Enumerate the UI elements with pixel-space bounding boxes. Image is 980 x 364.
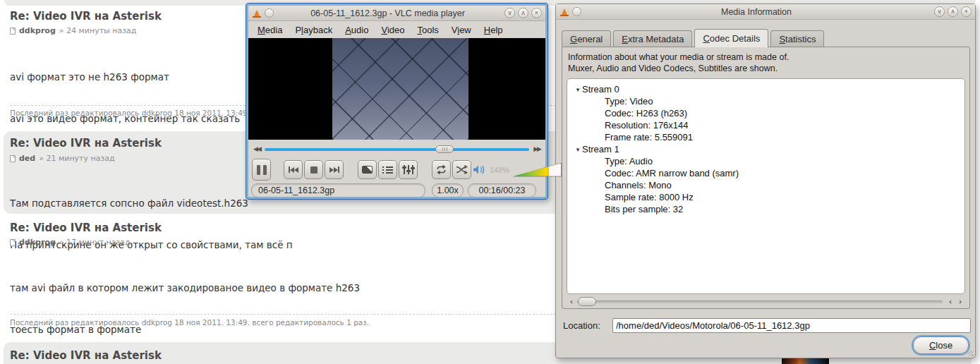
volume-slider[interactable] [512, 163, 562, 177]
tree-detail-row[interactable]: Type: Audio [567, 155, 964, 167]
view-group [358, 160, 419, 179]
fullscreen-icon [362, 166, 373, 174]
post-time: » 17 минут назад [59, 238, 131, 247]
stop-icon [310, 166, 317, 174]
scrollbar-thumb[interactable] [578, 297, 596, 306]
tree-detail-row[interactable]: Type: Video [567, 95, 964, 107]
shuffle-button[interactable] [452, 160, 471, 179]
tree-detail-row[interactable]: Channels: Mono [567, 179, 964, 191]
dialog-title: Media Information [581, 7, 931, 17]
playlist-icon [382, 166, 393, 174]
menu-help[interactable]: Help [478, 23, 509, 37]
extended-settings-button[interactable] [399, 160, 418, 179]
post-time: » 21 минуту назад [39, 154, 114, 163]
menu-audio[interactable]: Audio [339, 23, 374, 37]
now-playing-field: 06-05-11_1612.3gp [251, 183, 425, 198]
playlist-button[interactable] [378, 160, 397, 179]
post-meta: ddkprog » 24 минуты назад [10, 26, 136, 35]
menu-view[interactable]: View [446, 23, 477, 37]
post-author[interactable]: ddkprog [19, 26, 56, 35]
pause-button[interactable] [252, 159, 271, 181]
previous-button[interactable] [284, 160, 303, 179]
tree-detail-row[interactable]: Codec: H263 (h263) [567, 107, 964, 119]
location-row: Location: [563, 317, 971, 333]
tree-detail-row[interactable]: Codec: AMR narrow band (samr) [567, 167, 964, 179]
post-icon [10, 28, 16, 35]
tree-stream-row[interactable]: ▾ Stream 0 [567, 83, 964, 95]
post-author[interactable]: ded [19, 154, 35, 163]
post-meta: ddkprog » 17 минут назад [10, 238, 131, 247]
tree-detail-row[interactable]: Frame rate: 5.559091 [567, 131, 964, 143]
vlc-menubar: Media Playback Audio Video Tools View He… [248, 21, 545, 38]
window-menu-button[interactable] [572, 7, 581, 16]
tree-detail-row[interactable]: Bits per sample: 32 [567, 203, 964, 215]
location-label: Location: [563, 320, 612, 331]
panel-description-line2: Muxer, Audio and Video Codecs, Subtitles… [568, 63, 778, 73]
seek-progress [265, 148, 529, 151]
volume-percent: 148% [490, 166, 509, 174]
menu-media[interactable]: Media [252, 23, 288, 37]
stop-button[interactable] [304, 160, 323, 179]
scroll-left-icon[interactable]: ‹ [567, 296, 576, 307]
next-button[interactable] [325, 160, 344, 179]
close-button[interactable]: Close [913, 336, 969, 354]
volume-empty [549, 164, 561, 176]
post-meta: ded » 21 минуту назад [10, 154, 115, 163]
maximize-icon[interactable]: ∧ [518, 8, 528, 18]
scroll-left-icon[interactable]: ‹ [945, 296, 955, 307]
equalizer-icon [404, 165, 413, 175]
maximize-icon[interactable]: ∧ [948, 6, 958, 17]
video-display-area[interactable] [248, 38, 545, 140]
seek-handle[interactable] [435, 145, 454, 153]
volume-cluster: 148% [473, 163, 562, 177]
resize-grip[interactable] [968, 351, 974, 356]
close-icon[interactable]: × [531, 8, 542, 18]
minimize-icon[interactable]: ∨ [934, 6, 945, 17]
horizontal-scrollbar[interactable]: ‹ ‹ › [567, 296, 965, 307]
controls-row: 148% [248, 158, 545, 181]
tab-general[interactable]: General [562, 30, 611, 47]
scroll-right-icon[interactable]: › [955, 296, 965, 307]
post-author[interactable]: ddkprog [19, 238, 56, 247]
tab-codec-details[interactable]: Codec Details [694, 29, 768, 47]
playback-speed-field[interactable]: 1.00x [432, 183, 464, 198]
close-icon[interactable]: × [961, 6, 972, 17]
menu-playback[interactable]: Playback [289, 23, 338, 37]
expander-icon[interactable]: ▾ [574, 146, 582, 153]
post-title: Re: Video IVR на Asterisk [10, 222, 162, 234]
expander-icon[interactable]: ▾ [574, 86, 582, 93]
seek-row: ◀◀ ▶▶ [248, 140, 545, 158]
dialog-tabs: General Extra Metadata Codec Details Sta… [562, 28, 826, 47]
loop-icon [435, 165, 447, 174]
window-menu-button[interactable] [265, 8, 274, 18]
pause-icon [257, 165, 260, 175]
tree-detail-row[interactable]: Sample rate: 8000 Hz [567, 191, 964, 203]
panel-description-line1: Information about what your media or str… [568, 52, 789, 62]
video-frame [332, 38, 468, 140]
post-title: Re: Video IVR на Asterisk [10, 137, 162, 150]
tree-stream-row[interactable]: ▾ Stream 1 [567, 143, 964, 155]
vlc-titlebar[interactable]: 06-05-11_1612.3gp - VLC media player ∨ ∧… [248, 6, 545, 21]
minimize-icon[interactable]: ∨ [504, 8, 515, 18]
status-row: 06-05-11_1612.3gp 1.00x 00:16/00:23 [248, 181, 545, 199]
fullscreen-button[interactable] [358, 160, 377, 179]
dialog-titlebar[interactable]: Media Information ∨ ∧ × [556, 4, 975, 20]
rewind-icon[interactable]: ◀◀ [253, 145, 260, 152]
time-field[interactable]: 00:16/00:23 [468, 183, 536, 198]
post-title: Re: Video IVR на Asterisk [10, 10, 162, 23]
post-line: там avi файл в котором лежит закодирован… [10, 281, 604, 296]
speaker-icon[interactable] [473, 164, 487, 175]
menu-tools[interactable]: Tools [411, 23, 444, 37]
menu-video[interactable]: Video [375, 23, 410, 37]
vlc-cone-icon [253, 10, 260, 18]
seek-bar[interactable] [265, 145, 529, 154]
loop-button[interactable] [432, 160, 451, 179]
tab-extra-metadata[interactable]: Extra Metadata [613, 30, 692, 47]
tree-detail-row[interactable]: Resolution: 176x144 [567, 119, 964, 131]
tree-label: Stream 0 [582, 84, 619, 95]
tab-statistics[interactable]: Statistics [770, 30, 824, 47]
location-input[interactable] [612, 318, 971, 333]
post-icon [10, 155, 16, 162]
fast-forward-icon[interactable]: ▶▶ [533, 145, 540, 152]
post-title: Re: Video IVR на Asterisk [10, 349, 162, 362]
